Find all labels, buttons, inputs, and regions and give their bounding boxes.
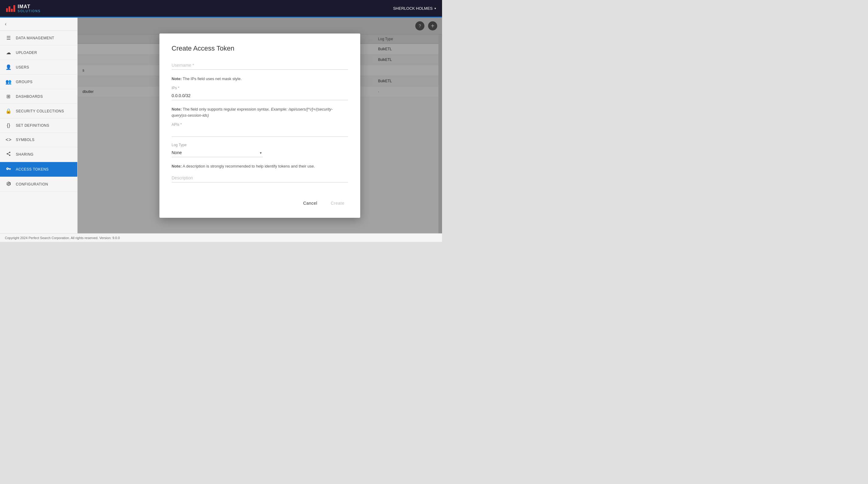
uploader-icon: ☁ xyxy=(5,50,11,55)
logo-subtitle: SOLUTIONS xyxy=(18,9,41,13)
create-button[interactable]: Create xyxy=(327,198,348,208)
data-management-icon: ☰ xyxy=(5,35,11,41)
ips-input[interactable] xyxy=(172,91,348,100)
modal-overlay: Create Access Token Note: The IPs field … xyxy=(78,18,442,233)
ips-label: IPs * xyxy=(172,86,348,90)
dashboards-icon: ⊞ xyxy=(5,93,11,99)
user-menu[interactable]: SHERLOCK HOLMES ▾ xyxy=(393,6,436,11)
sidebar-item-uploader[interactable]: ☁ UPLOADER xyxy=(0,46,77,60)
apis-label: APIs * xyxy=(172,122,348,127)
sidebar-item-label: GROUPS xyxy=(16,80,33,84)
logo-bar-3 xyxy=(11,9,13,12)
sidebar-item-access-tokens[interactable]: ACCESS TOKENS xyxy=(0,162,77,177)
sidebar-item-label: SHARING xyxy=(16,152,33,156)
create-access-token-modal: Create Access Token Note: The IPs field … xyxy=(159,33,360,218)
logo-bar-2 xyxy=(8,6,10,12)
sidebar-item-dashboards[interactable]: ⊞ DASHBOARDS xyxy=(0,89,77,104)
sidebar-item-sharing[interactable]: SHARING xyxy=(0,147,77,162)
svg-line-3 xyxy=(8,154,9,155)
log-type-select[interactable]: None BulkETL Query xyxy=(172,148,263,157)
sidebar-item-configuration[interactable]: CONFIGURATION xyxy=(0,177,77,192)
sidebar-item-symbols[interactable]: <> SYMBOLS xyxy=(0,133,77,147)
footer: Copyright 2024 Perfect Search Corporatio… xyxy=(0,233,442,242)
main-layout: ‹ ☰ DATA MANAGEMENT ☁ UPLOADER 👤 USERS 👥… xyxy=(0,18,442,233)
description-input[interactable] xyxy=(172,174,348,182)
sidebar-item-data-management[interactable]: ☰ DATA MANAGEMENT xyxy=(0,31,77,46)
sidebar-item-label: DATA MANAGEMENT xyxy=(16,36,54,40)
log-type-label: Log Type xyxy=(172,143,348,147)
sidebar: ‹ ☰ DATA MANAGEMENT ☁ UPLOADER 👤 USERS 👥… xyxy=(0,18,78,233)
apis-field: APIs * xyxy=(172,122,348,137)
svg-point-1 xyxy=(7,153,8,154)
sharing-icon xyxy=(5,151,11,158)
user-menu-arrow: ▾ xyxy=(434,7,436,10)
ips-field: IPs * xyxy=(172,86,348,100)
sidebar-collapse-button[interactable]: ‹ xyxy=(0,18,77,31)
access-tokens-icon xyxy=(5,166,11,172)
sidebar-item-label: CONFIGURATION xyxy=(16,182,48,187)
sidebar-item-label: USERS xyxy=(16,65,29,69)
logo-bars xyxy=(6,5,15,12)
apis-note: Note: The field only supports regular ex… xyxy=(172,106,348,118)
logo-bar-4 xyxy=(13,5,15,12)
sidebar-item-label: SYMBOLS xyxy=(16,138,35,142)
configuration-icon xyxy=(5,181,11,187)
sidebar-item-label: DASHBOARDS xyxy=(16,94,43,99)
users-icon: 👤 xyxy=(5,64,11,70)
svg-point-0 xyxy=(9,152,10,153)
cancel-button[interactable]: Cancel xyxy=(299,198,321,208)
sidebar-item-set-definitions[interactable]: {} SET DEFINITIONS xyxy=(0,118,77,133)
symbols-icon: <> xyxy=(5,137,11,143)
set-definitions-icon: {} xyxy=(5,123,11,128)
logo-bar-1 xyxy=(6,8,8,12)
description-note: Note: A description is strongly recommen… xyxy=(172,163,348,169)
username-input[interactable] xyxy=(172,61,348,70)
username-field xyxy=(172,61,348,70)
sidebar-item-users[interactable]: 👤 USERS xyxy=(0,60,77,75)
sidebar-item-label: UPLOADER xyxy=(16,51,37,55)
svg-line-4 xyxy=(8,152,9,153)
log-type-select-wrapper: None BulkETL Query ▾ xyxy=(172,148,263,157)
description-field xyxy=(172,174,348,182)
logo: IMAT SOLUTIONS xyxy=(6,4,41,13)
log-type-field: Log Type None BulkETL Query ▾ xyxy=(172,143,348,157)
svg-point-2 xyxy=(9,155,10,156)
sidebar-item-security-collections[interactable]: 🔒 SECURITY COLLECTIONS xyxy=(0,104,77,118)
sidebar-item-label: SET DEFINITIONS xyxy=(16,123,49,127)
modal-title: Create Access Token xyxy=(172,45,348,52)
logo-text-block: IMAT SOLUTIONS xyxy=(18,4,41,13)
user-name: SHERLOCK HOLMES xyxy=(393,6,433,11)
footer-text: Copyright 2024 Perfect Search Corporatio… xyxy=(5,236,120,240)
sidebar-item-label: SECURITY COLLECTIONS xyxy=(16,109,64,113)
sidebar-item-label: ACCESS TOKENS xyxy=(16,167,49,171)
groups-icon: 👥 xyxy=(5,79,11,85)
content-area: ? + Log Type BulkETL BulkETL xyxy=(78,18,442,233)
modal-actions: Cancel Create xyxy=(172,193,348,208)
security-collections-icon: 🔒 xyxy=(5,108,11,114)
app-header: IMAT SOLUTIONS SHERLOCK HOLMES ▾ xyxy=(0,0,442,17)
sidebar-item-groups[interactable]: 👥 GROUPS xyxy=(0,75,77,89)
ips-note: Note: The IPs field uses net mask style. xyxy=(172,76,348,82)
logo-title: IMAT xyxy=(18,4,30,9)
apis-input[interactable] xyxy=(172,128,348,137)
